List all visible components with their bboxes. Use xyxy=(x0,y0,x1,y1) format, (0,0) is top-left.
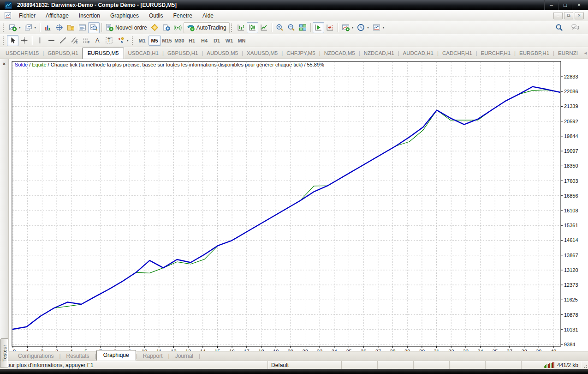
crosshair-button[interactable] xyxy=(18,35,30,46)
tester-tab-journal[interactable]: Journal xyxy=(170,352,199,360)
data-window-button[interactable] xyxy=(53,22,65,33)
chart-tab-chfjpy[interactable]: CHFJPY,M5 xyxy=(283,48,319,59)
chart-profiles-icon xyxy=(24,24,32,31)
channel-button[interactable]: E xyxy=(69,35,80,46)
candle-mode-button[interactable] xyxy=(247,22,258,33)
mdi-close-button[interactable]: × xyxy=(575,12,584,19)
mdi-minimize-button[interactable]: – xyxy=(553,12,563,19)
trendline-button[interactable] xyxy=(57,35,69,46)
menu-aide[interactable]: Aide xyxy=(197,11,219,20)
menu-fichier[interactable]: Fichier xyxy=(14,11,41,20)
chart-tab-eurchf[interactable]: EURCHF,H1 xyxy=(477,48,515,59)
terminal-icon xyxy=(78,24,86,31)
menu-graphiques[interactable]: Graphiques xyxy=(105,11,144,20)
arrows-tool-button[interactable]: ▾ xyxy=(115,35,131,46)
auto-scroll-button[interactable] xyxy=(313,22,324,33)
tester-tab-graphique[interactable]: Graphique xyxy=(96,350,136,361)
timeframe-w1[interactable]: W1 xyxy=(223,36,236,46)
metaeditor-button[interactable] xyxy=(149,22,160,33)
chart-tab-cadchf[interactable]: CADCHF,H1 xyxy=(439,48,476,59)
timeframe-m15[interactable]: M15 xyxy=(161,36,173,46)
chart-tab-eurgbp[interactable]: EURGBP,H1 xyxy=(516,48,553,59)
navigator-button[interactable] xyxy=(65,22,77,33)
text-tool-button[interactable]: A xyxy=(92,35,103,46)
chart-tab-eurnzi[interactable]: EURNZI xyxy=(554,48,582,59)
timeframe-mn[interactable]: MN xyxy=(236,36,248,46)
market-watch-button[interactable] xyxy=(42,22,53,33)
indicators-button[interactable]: ▾ xyxy=(340,22,356,33)
chart-profiles-button[interactable]: ▾ xyxy=(23,22,38,33)
chart-tab-eurusd[interactable]: EURUSD,M5 xyxy=(82,48,125,59)
menu-insertion[interactable]: Insertion xyxy=(74,11,105,20)
mdi-restore-button[interactable]: ⧉ xyxy=(564,12,573,19)
signals-button[interactable] xyxy=(172,22,184,33)
status-help-text: Pour plus d'informations, appuyer F1 xyxy=(0,361,267,369)
toolbar-handle[interactable] xyxy=(3,24,5,32)
chart-tab-nzdcad[interactable]: NZDCAD,H1 xyxy=(360,48,398,59)
zoom-in-icon xyxy=(276,24,284,31)
tester-tab-rapport[interactable]: Rapport xyxy=(137,352,168,360)
resize-grip[interactable] xyxy=(582,361,588,369)
svg-text:T: T xyxy=(107,38,110,43)
plot-background xyxy=(12,61,561,346)
timeframe-m1[interactable]: M1 xyxy=(136,36,148,46)
channel-icon: E xyxy=(71,36,78,44)
chart-tab-gbpusd[interactable]: GBPUSD,H1 xyxy=(44,48,82,59)
maximize-button[interactable]: □ xyxy=(558,0,572,10)
search-button[interactable] xyxy=(553,22,565,33)
label-tool-button[interactable]: T xyxy=(103,35,115,46)
zoom-in-button[interactable] xyxy=(274,22,285,33)
chart-tab-audusd[interactable]: AUDUSD,M5 xyxy=(203,48,242,59)
new-order-button[interactable]: Nouvel ordre xyxy=(104,22,149,33)
vline-button[interactable] xyxy=(34,35,46,46)
line-mode-button[interactable] xyxy=(258,22,270,33)
toolbar-handle[interactable] xyxy=(3,36,5,45)
y-tick-label: 19097 xyxy=(564,148,578,154)
tester-close-button[interactable]: × xyxy=(1,61,7,66)
terminal-button[interactable] xyxy=(77,22,88,33)
timeframe-h4[interactable]: H4 xyxy=(198,36,211,46)
hline-button[interactable] xyxy=(46,35,57,46)
menu-outils[interactable]: Outils xyxy=(144,11,168,20)
strategy-tester-button[interactable] xyxy=(88,22,100,33)
status-cell xyxy=(377,361,413,369)
strategy-tester-icon xyxy=(90,24,98,31)
menu-fenetre[interactable]: Fenetre xyxy=(168,11,197,20)
zoom-out-button[interactable] xyxy=(285,22,297,33)
periods-icon xyxy=(357,24,365,31)
autotrading-button[interactable]: AutoTrading xyxy=(184,22,230,33)
timeframe-m30[interactable]: M30 xyxy=(173,36,186,46)
bar-chart-mode-button[interactable] xyxy=(235,22,247,33)
toolbar-handle[interactable] xyxy=(132,36,134,45)
templates-button[interactable]: ▾ xyxy=(371,22,386,33)
minimize-button[interactable]: – xyxy=(544,0,558,10)
new-chart-button[interactable]: ▾ xyxy=(7,22,23,33)
chart-shift-button[interactable] xyxy=(324,22,336,33)
timeframe-d1[interactable]: D1 xyxy=(211,36,223,46)
chart-tab-xauusd[interactable]: XAUUSD,M5 xyxy=(243,48,281,59)
new-order-icon xyxy=(106,24,113,31)
text-tool-icon: A xyxy=(94,36,101,44)
fibonacci-button[interactable]: F xyxy=(80,35,92,46)
tester-tab-resultats[interactable]: Resultats xyxy=(61,352,95,360)
chart-tab-nzdcad[interactable]: NZDCAD,M5 xyxy=(321,48,359,59)
publish-button[interactable] xyxy=(160,22,172,33)
periods-button[interactable]: ▾ xyxy=(355,22,371,33)
toolbar-handle[interactable] xyxy=(231,24,233,32)
tile-windows-button[interactable] xyxy=(297,22,309,33)
timeframe-m5[interactable]: M5 xyxy=(148,36,161,46)
close-button[interactable]: × xyxy=(572,0,586,10)
menu-affichage[interactable]: Affichage xyxy=(41,11,74,20)
tester-tab-configurations[interactable]: Configurations xyxy=(12,352,59,360)
timeframe-h1[interactable]: H1 xyxy=(186,36,198,46)
tester-vertical-tab[interactable]: Testeur xyxy=(0,338,8,368)
cursor-button[interactable] xyxy=(7,35,18,46)
chart-tab-audcad[interactable]: AUDCAD,H1 xyxy=(399,48,437,59)
vline-icon xyxy=(36,36,44,44)
y-tick-label: 17603 xyxy=(564,178,578,184)
chart-tab-gbpusd[interactable]: GBPUSD,H1 xyxy=(164,48,202,59)
chart-tab-usdchf[interactable]: USDCHF,M15 xyxy=(2,48,42,59)
chat-button[interactable] xyxy=(570,22,581,33)
tab-scroll-left-icon[interactable]: ◄ xyxy=(583,51,588,55)
chart-tab-usdcad[interactable]: USDCAD,H1 xyxy=(124,48,162,59)
